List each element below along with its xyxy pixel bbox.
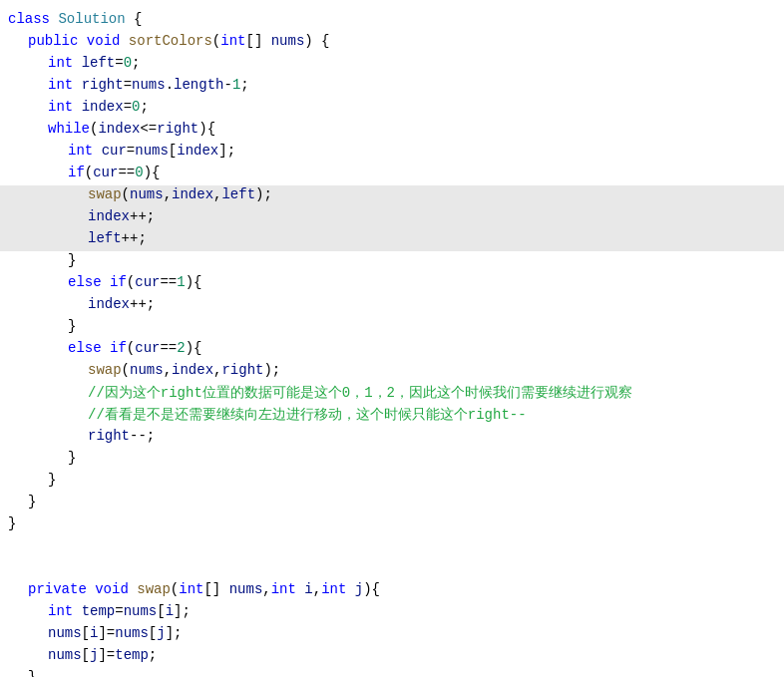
line-content: int index=0; (0, 99, 149, 115)
line-content: else if(cur==2){ (0, 340, 201, 356)
token-kw: while (48, 121, 90, 137)
token-kw: if (68, 165, 85, 180)
token-param: i (304, 581, 312, 597)
token-op (93, 143, 101, 159)
token-param: nums (135, 143, 169, 159)
line-content: } (0, 318, 76, 334)
token-op (102, 340, 110, 356)
token-comment: //因为这个right位置的数据可能是这个0，1，2，因此这个时候我们需要继续进… (88, 385, 632, 401)
line-content: if(cur==0){ (0, 165, 160, 180)
code-line: while(index<=right){ (0, 120, 784, 142)
token-param: nums (229, 581, 263, 597)
token-param: nums (115, 625, 149, 641)
token-param: temp (115, 647, 149, 663)
code-line: } (0, 251, 784, 273)
token-op (73, 99, 81, 115)
token-punc: ){ (363, 581, 380, 597)
token-param: nums (130, 362, 164, 378)
code-line: } (0, 449, 784, 471)
token-op: = (127, 143, 135, 159)
token-punc: { (126, 11, 143, 27)
token-method: sortColors (129, 33, 212, 49)
line-content: } (0, 669, 36, 677)
token-punc: ; (140, 99, 148, 115)
token-op: = (124, 77, 132, 93)
token-punc: } (48, 472, 56, 488)
token-punc: ; (132, 55, 140, 71)
token-op: = (115, 55, 123, 71)
token-param: index (172, 186, 213, 202)
line-content: while(index<=right){ (0, 121, 215, 137)
token-op (73, 55, 81, 71)
line-content: class Solution { (0, 11, 142, 27)
token-punc: ( (212, 33, 220, 49)
token-punc: ( (171, 581, 179, 597)
token-op: == (118, 165, 135, 180)
code-line: class Solution { (0, 10, 784, 32)
line-content: int cur=nums[index]; (0, 143, 235, 159)
token-op: ++; (130, 208, 155, 224)
token-param: temp (82, 603, 116, 619)
token-punc: ){ (186, 274, 202, 290)
token-method: swap (88, 362, 122, 378)
code-line: } (0, 514, 784, 536)
token-punc: ; (149, 647, 157, 663)
code-editor: class Solution {public void sortColors(i… (0, 0, 784, 677)
line-content: nums[i]=nums[j]; (0, 625, 182, 641)
token-class-name: Solution (58, 11, 125, 27)
token-punc: ] (98, 625, 106, 641)
token-param: right (157, 121, 198, 137)
token-op: = (107, 625, 115, 641)
line-content: int right=nums.length-1; (0, 77, 249, 93)
token-punc: ( (127, 274, 135, 290)
code-line: } (0, 668, 784, 677)
code-line: index++; (0, 207, 784, 229)
token-param: j (355, 581, 363, 597)
token-number: 0 (135, 165, 143, 180)
token-op: <= (140, 121, 157, 137)
token-op: == (160, 274, 177, 290)
token-punc: . (166, 77, 174, 93)
token-param: index (88, 208, 130, 224)
token-punc: } (28, 494, 36, 509)
token-op: - (223, 77, 231, 93)
code-line (0, 536, 784, 558)
token-kw: else (68, 274, 102, 290)
code-line: index++; (0, 295, 784, 317)
line-content: } (0, 515, 16, 531)
code-line: nums[i]=nums[j]; (0, 624, 784, 646)
token-param: nums (124, 603, 158, 619)
line-content: //看看是不是还需要继续向左边进行移动，这个时候只能这个right-- (0, 406, 527, 424)
token-param: right (221, 362, 263, 378)
line-content: } (0, 494, 36, 509)
token-param: left (82, 55, 116, 71)
token-op (129, 581, 137, 597)
token-punc: } (68, 450, 76, 466)
token-punc: ( (122, 186, 130, 202)
token-punc: ) { (304, 33, 329, 49)
line-content: } (0, 252, 76, 268)
token-kw: else (68, 340, 102, 356)
code-line: } (0, 493, 784, 514)
line-content: } (0, 472, 56, 488)
token-param: left (88, 230, 122, 246)
token-punc: ( (127, 340, 135, 356)
token-kw: if (110, 274, 127, 290)
token-param: j (157, 625, 165, 641)
token-param: right (88, 428, 130, 444)
token-param: index (172, 362, 213, 378)
token-kw: class (8, 11, 58, 27)
token-param: cur (102, 143, 127, 159)
token-punc: } (28, 669, 36, 677)
token-op (346, 581, 354, 597)
line-content: swap(nums,index,left); (0, 186, 272, 202)
token-kw-type: int (321, 581, 346, 597)
code-line: int left=0; (0, 54, 784, 76)
token-kw-type: int (48, 603, 73, 619)
token-number: 1 (177, 274, 185, 290)
line-content: //因为这个right位置的数据可能是这个0，1，2，因此这个时候我们需要继续进… (0, 384, 632, 402)
token-punc: ; (240, 77, 248, 93)
token-punc: ){ (198, 121, 215, 137)
token-punc: , (164, 362, 172, 378)
code-line: right--; (0, 427, 784, 449)
